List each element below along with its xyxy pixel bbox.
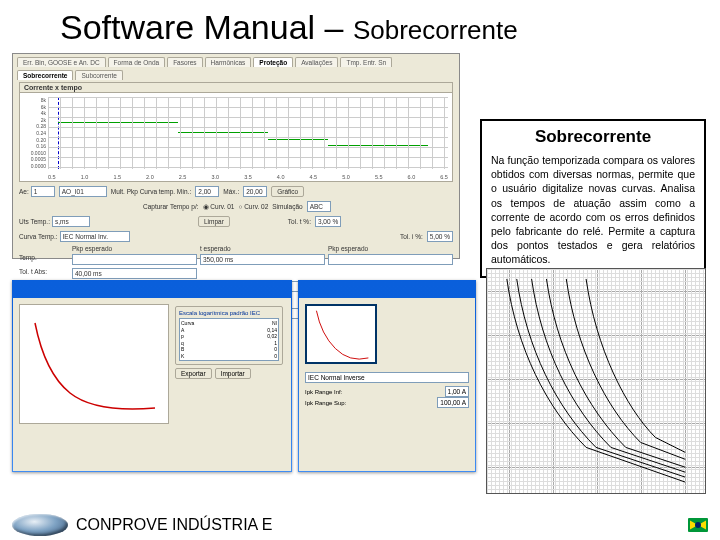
radio-curv01[interactable]: ◉ Curv. 01 xyxy=(203,203,235,211)
tab-tmp[interactable]: Tmp. Entr. Sn xyxy=(340,57,392,67)
toli-label: Tol. i %: xyxy=(400,233,423,240)
ae-input[interactable]: 1 xyxy=(31,186,55,197)
importar-button[interactable]: Importar xyxy=(215,368,251,379)
uts-label: Uts Temp.: xyxy=(19,218,50,225)
curve-plot xyxy=(19,304,169,424)
subtab-subcorrente[interactable]: Subcorrente xyxy=(75,70,122,80)
tab-err-bin[interactable]: Err. Bin, GOOSE e An. DC xyxy=(17,57,106,67)
max-input[interactable]: 20,00 xyxy=(243,186,267,197)
tab-harmonicas[interactable]: Harmônicas xyxy=(205,57,252,67)
temp-pkp[interactable] xyxy=(72,254,197,265)
sim-select[interactable]: ABC xyxy=(307,201,331,212)
conprove-logo-icon xyxy=(12,514,68,536)
channel-select[interactable]: AO_I01 xyxy=(59,186,107,197)
main-app-window: Err. Bin, GOOSE e An. DC Forma de Onda F… xyxy=(12,53,460,259)
tab-forma-onda[interactable]: Forma de Onda xyxy=(108,57,166,67)
callout-body: Na função temporizada compara os valores… xyxy=(491,153,695,266)
chart-grid xyxy=(48,97,448,169)
capture-label: Capturar Tempo p/: xyxy=(143,203,199,210)
current-time-chart: Corrente x tempo 8k6k 4k2k 0.280.24 0.20… xyxy=(19,82,453,182)
page-title: Software Manual – Sobrecorrente xyxy=(0,0,720,53)
temp-t[interactable]: 350,00 ms xyxy=(200,254,325,265)
norm-select[interactable]: IEC Normal Inverse xyxy=(305,372,469,383)
tab-protecao[interactable]: Proteção xyxy=(253,57,293,67)
row-temp: Temp. 350,00 ms Tol. t Abs: 40,00 ms xyxy=(13,253,459,280)
ipk-inf-input[interactable]: 1,00 A xyxy=(445,386,469,397)
col-pkp2: Pkp esperado xyxy=(328,245,453,252)
params-header: Pkp esperado t esperado Pkp esperado xyxy=(13,244,459,253)
chart-x-axis: 0.51.0 1.52.0 2.53.0 3.54.0 4.55.0 5.56.… xyxy=(48,174,448,180)
radio-curv02[interactable]: ○ Curv. 02 xyxy=(238,203,268,210)
sub-tabs: Sobrecorrente Subcorrente xyxy=(13,67,459,80)
tolt-label: Tol. t %: xyxy=(288,218,311,225)
chart-y-axis: 8k6k 4k2k 0.280.24 0.200.16 0.00100.0005… xyxy=(24,97,46,169)
callout-title: Sobrecorrente xyxy=(491,127,695,147)
ae-label: Ae: xyxy=(19,188,29,195)
chart-marker xyxy=(58,97,59,169)
brazil-flag-icon xyxy=(688,518,708,532)
curva-label: Curva Temp.: xyxy=(19,233,58,240)
description-callout: Sobrecorrente Na função temporizada comp… xyxy=(480,119,706,278)
tab-fasores[interactable]: Fasores xyxy=(167,57,202,67)
tolt-input[interactable]: 3,00 % xyxy=(315,216,341,227)
subtab-sobrecorrente[interactable]: Sobrecorrente xyxy=(17,70,73,80)
col-pkp: Pkp esperado xyxy=(72,245,197,252)
uts-input[interactable]: s,ms xyxy=(52,216,90,227)
graph-thumbnail xyxy=(305,304,377,364)
chart-title: Corrente x tempo xyxy=(20,83,452,93)
title-main: Software Manual – xyxy=(60,8,344,46)
toltabs-input[interactable]: 40,00 ms xyxy=(72,268,197,279)
footer-brand-text: CONPROVE INDÚSTRIA E xyxy=(76,516,272,534)
tab-avaliacoes[interactable]: Avaliações xyxy=(295,57,338,67)
loglog-curve-chart xyxy=(486,268,706,494)
equation-group: Escala logarítmica padrão IEC CurvaNI A0… xyxy=(175,306,283,365)
top-tabs: Err. Bin, GOOSE e An. DC Forma de Onda F… xyxy=(13,54,459,67)
mult-min-input[interactable]: 2,00 xyxy=(195,186,219,197)
toli-input[interactable]: 5,00 % xyxy=(427,231,453,242)
limpar-button[interactable]: Limpar xyxy=(198,216,230,227)
col-tesp: t esperado xyxy=(200,245,325,252)
mult-label: Mult. Pkp Curva temp. Mín.: xyxy=(111,188,192,195)
footer: CONPROVE INDÚSTRIA E xyxy=(0,514,720,536)
param-table: CurvaNI A0,14 p0,02 q1 B0 K0 xyxy=(179,318,279,361)
curva-select[interactable]: IEC Normal Inv. xyxy=(60,231,130,242)
eq-title: Escala logarítmica padrão IEC xyxy=(179,310,279,316)
sim-label: Simulação xyxy=(272,203,302,210)
exportar-button[interactable]: Exportar xyxy=(175,368,212,379)
grafico-button[interactable]: Gráfico xyxy=(271,186,304,197)
curve-dialog-window: Escala logarítmica padrão IEC CurvaNI A0… xyxy=(12,280,292,472)
graph-dialog-window: IEC Normal Inverse Ipk Range Inf:1,00 A … xyxy=(298,280,476,472)
ipk-sup-input[interactable]: 100,00 A xyxy=(437,397,469,408)
temp-pkp2[interactable] xyxy=(328,254,453,265)
max-label: Máx.: xyxy=(223,188,239,195)
title-sub: Sobrecorrente xyxy=(353,15,518,45)
